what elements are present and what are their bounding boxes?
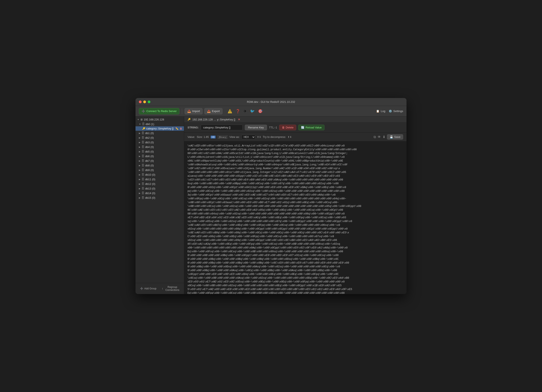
db5-icon: 🗄	[141, 150, 144, 153]
db6-icon: 🗄	[141, 154, 144, 158]
db15-label: db15 (0)	[145, 196, 155, 199]
db12-icon: 🗄	[141, 182, 144, 185]
db6-item[interactable]: ▶ 🗄 db6 (0)	[136, 154, 184, 158]
db7-item[interactable]: ▶ 🗄 db7 (0)	[136, 158, 184, 163]
db10-item[interactable]: ▶ 🗄 db10 (0)	[136, 172, 184, 177]
reload-icon: 🔄	[301, 126, 304, 129]
settings-button[interactable]: ⚙️ Settings	[389, 109, 403, 113]
add-group-button[interactable]: ➕ Add Group	[137, 285, 159, 292]
db15-arrow: ▶	[139, 197, 141, 199]
key-icon: 🔑	[142, 127, 145, 130]
db6-arrow: ▶	[139, 155, 141, 157]
db11-arrow: ▶	[139, 178, 141, 180]
db6-label: db6 (0)	[145, 155, 154, 158]
key-item[interactable]: 🔑 category::SimpleKey [] ✏️ 🗑	[136, 126, 184, 131]
toolbar: ➕ Connect To Redis Server 📥 Import 📤 Exp…	[136, 106, 406, 116]
key-name-input[interactable]	[201, 125, 243, 130]
delete-button[interactable]: 🗑 Delete	[279, 125, 296, 130]
db4-arrow: ▶	[139, 146, 141, 148]
db9-icon: 🗄	[141, 168, 144, 172]
db2-item[interactable]: ▶ 🗄 db2 (0)	[136, 135, 184, 140]
db11-item[interactable]: ▶ 🗄 db11 (0)	[136, 177, 184, 181]
db10-arrow: ▶	[139, 174, 141, 176]
connect-label: Connect To Redis Server	[146, 109, 177, 113]
twitter-icon[interactable]: 🐦	[250, 109, 255, 114]
save-button[interactable]: 💾 Save	[387, 134, 403, 140]
help-icon[interactable]: ❓	[236, 109, 240, 114]
tab-key-icon: 🔑	[188, 118, 191, 121]
db0-arrow: ▼	[139, 123, 141, 125]
db7-icon: 🗄	[141, 159, 144, 163]
titlebar-title: RDM.dev - GUI for Redis® 2021.10.232	[247, 100, 295, 103]
view-icon[interactable]: 👁	[378, 135, 381, 139]
regroup-connections-button[interactable]: ↕ Regroup Connections	[160, 285, 183, 292]
key-toolbar: STRING: Rename Key TTL:-1 🗑 Delete 🔄 Rel…	[184, 123, 406, 133]
export-label: Export	[212, 109, 220, 113]
db15-item[interactable]: ▶ 🗄 db15 (0)	[136, 195, 184, 200]
db8-item[interactable]: ▶ 🗄 db8 (0)	[136, 163, 184, 168]
type-label: STRING:	[188, 126, 199, 129]
export-button[interactable]: 📤 Export	[204, 108, 222, 114]
db3-icon: 🗄	[141, 141, 144, 144]
db2-arrow: ▶	[139, 137, 141, 139]
db9-label: db9 (0)	[145, 169, 154, 172]
rename-key-button[interactable]: Rename Key	[245, 125, 267, 130]
reload-button[interactable]: 🔄 Reload Value	[298, 125, 324, 130]
decompress-arrow: ⬆⬇	[287, 136, 292, 138]
delete-label: Delete	[286, 126, 294, 129]
db12-item[interactable]: ▶ 🗄 db12 (0)	[136, 181, 184, 186]
db0-icon: 🗄	[142, 122, 145, 126]
main-content: ▼ 🖥 192.168.226.128 ▼ 🗄 db0 (1) 🔑 catego…	[136, 116, 406, 294]
app-window: RDM.dev - GUI for Redis® 2021.10.232 ➕ C…	[136, 98, 406, 294]
db3-arrow: ▶	[139, 141, 141, 144]
db14-item[interactable]: ▶ 🗄 db14 (0)	[136, 191, 184, 195]
delete-key-icon[interactable]: 🗑	[180, 127, 182, 130]
content-area: 🔑 192.168.226.128 … y::SimpleKey [] ✕ ST…	[184, 116, 406, 294]
size-label: Size: 1.85	[197, 135, 209, 138]
import-label: Import	[192, 109, 200, 113]
add-group-label: Add Group	[144, 287, 157, 290]
tab-title: 192.168.226.128 … y::SimpleKey []	[192, 118, 235, 121]
db7-label: db7 (0)	[145, 159, 154, 163]
db9-arrow: ▶	[139, 169, 141, 171]
close-button[interactable]	[139, 101, 141, 103]
key-label: category::SimpleKey []	[146, 127, 173, 130]
warning-icon[interactable]: ⚠️	[228, 109, 232, 114]
db1-item[interactable]: ▶ 🗄 db1 (0)	[136, 131, 184, 135]
db5-item[interactable]: ▶ 🗄 db5 (0)	[136, 149, 184, 154]
db13-item[interactable]: ▶ 🗄 db13 (0)	[136, 186, 184, 191]
db5-label: db5 (0)	[145, 150, 154, 153]
db10-icon: 🗄	[141, 173, 144, 176]
db3-item[interactable]: ▶ 🗄 db3 (0)	[136, 140, 184, 145]
db4-item[interactable]: ▶ 🗄 db4 (0)	[136, 145, 184, 149]
add-group-icon: ➕	[140, 287, 143, 290]
decompress-label: Try to decompress:	[263, 135, 286, 138]
sidebar-tree[interactable]: ▼ 🖥 192.168.226.128 ▼ 🗄 db0 (1) 🔑 catego…	[136, 116, 184, 283]
db14-arrow: ▶	[139, 192, 141, 194]
value-display[interactable]: \xAC\xED\x00\x05sr\x00\x13java.util.Arra…	[184, 142, 406, 294]
target-icon[interactable]: 🎯	[258, 109, 263, 114]
db7-arrow: ▶	[139, 160, 141, 162]
format-select[interactable]: HEX ASCII UTF8	[241, 135, 255, 139]
db9-item[interactable]: ▶ 🗄 db9 (0)	[136, 168, 184, 172]
db3-label: db3 (0)	[145, 141, 154, 144]
minimize-button[interactable]	[143, 101, 146, 103]
import-button[interactable]: 📥 Import	[184, 108, 203, 114]
telegram-icon[interactable]: ✈	[244, 109, 247, 114]
download-icon[interactable]: ⬇	[383, 135, 385, 139]
copy-icon[interactable]: ⧉	[374, 135, 376, 139]
server-item[interactable]: ▼ 🖥 192.168.226.128	[136, 117, 184, 122]
format-arrow: ⬆⬇	[257, 136, 261, 138]
edit-key-icon[interactable]: ✏️	[175, 127, 179, 130]
maximize-button[interactable]	[148, 101, 150, 103]
toolbar-separator-1	[182, 108, 182, 114]
tab-close-button[interactable]: ✕	[238, 118, 240, 121]
db1-icon: 🗄	[141, 131, 144, 135]
connect-button[interactable]: ➕ Connect To Redis Server	[139, 108, 179, 114]
binary-badge[interactable]: [Binary]	[217, 135, 228, 139]
db0-item[interactable]: ▼ 🗄 db0 (1)	[136, 122, 184, 126]
save-label: Save	[394, 135, 401, 138]
db13-label: db13 (0)	[145, 187, 155, 190]
log-button[interactable]: 📋 Log	[376, 109, 385, 113]
value-action-icons: ⧉ 👁 ⬇ 💾 Save	[374, 134, 403, 140]
